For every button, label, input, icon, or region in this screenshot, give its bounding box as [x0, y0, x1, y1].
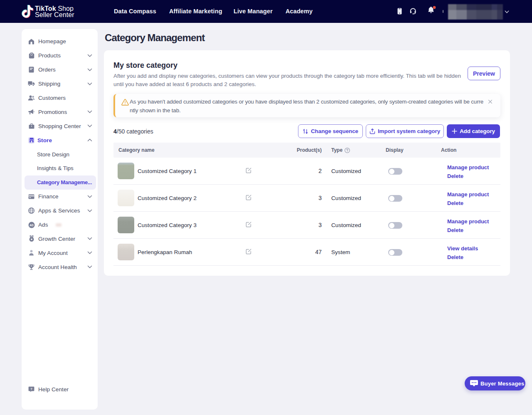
- svg-text:?: ?: [30, 387, 32, 391]
- svg-text:AD: AD: [30, 223, 34, 226]
